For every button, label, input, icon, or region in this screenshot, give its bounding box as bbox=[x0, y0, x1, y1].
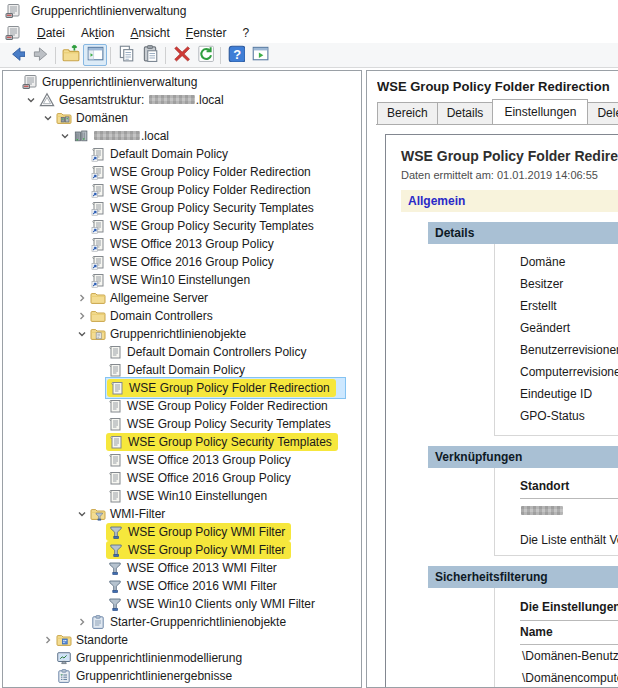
folder-icon bbox=[90, 290, 106, 306]
report-generated-date: Daten ermittelt am: 01.01.2019 14:06:55 bbox=[401, 169, 618, 181]
new-window-button[interactable] bbox=[248, 44, 272, 66]
section-details[interactable]: Details bbox=[428, 222, 618, 244]
links-note: Die Liste enthält Verknüpfungen bbox=[520, 533, 618, 547]
tree-item[interactable]: WSE Group Policy WMI Filter bbox=[3, 523, 361, 541]
details-row-label: Besitzer bbox=[520, 273, 618, 295]
chevron-down-icon[interactable] bbox=[41, 113, 55, 123]
tree-item[interactable]: Gruppenrichtlinienverwaltung bbox=[3, 73, 361, 91]
details-row-label: Geändert bbox=[520, 317, 618, 339]
tree-item-label: WSE Group Policy Security Templates bbox=[127, 417, 331, 431]
delete-button[interactable] bbox=[169, 44, 193, 66]
up-one-level-button[interactable] bbox=[59, 44, 83, 66]
tree-item[interactable]: WSE Group Policy Security Templates bbox=[3, 415, 361, 433]
tree-item[interactable]: WSE Office 2016 Group Policy bbox=[3, 469, 361, 487]
tree-item-label: WSE Group Policy Folder Redirection bbox=[127, 399, 328, 413]
gpo-link-icon bbox=[90, 146, 106, 162]
tab-delegierung[interactable]: Delegierung bbox=[587, 102, 618, 124]
menu-bar: DateiAktionAnsichtFenster? bbox=[0, 22, 618, 43]
chevron-right-icon[interactable] bbox=[75, 293, 89, 303]
tree-item[interactable]: WSE Group Policy WMI Filter bbox=[3, 541, 361, 559]
show-console-tree-button[interactable] bbox=[83, 44, 107, 66]
chevron-down-icon[interactable] bbox=[24, 95, 38, 105]
links-table: Standort Die Liste enthält Verknüpfungen bbox=[494, 468, 618, 556]
chevron-right-icon[interactable] bbox=[41, 635, 55, 645]
tree-item[interactable]: WSE Office 2016 WMI Filter bbox=[3, 577, 361, 595]
tree-item[interactable]: Gesamtstruktur: .local bbox=[3, 91, 361, 109]
forward-button[interactable] bbox=[28, 44, 52, 66]
tree-item[interactable]: Default Domain Policy bbox=[3, 145, 361, 163]
chevron-right-icon[interactable] bbox=[75, 617, 89, 627]
gpo-icon bbox=[107, 398, 123, 414]
tree-item[interactable]: Default Domain Policy bbox=[3, 361, 361, 379]
wmi-filter-icon bbox=[107, 560, 123, 576]
links-value-row bbox=[520, 499, 618, 521]
tree-item[interactable]: Gruppenrichtlinienergebnisse bbox=[3, 667, 361, 685]
copy-button[interactable] bbox=[114, 44, 138, 66]
tree-item[interactable]: WSE Group Policy Security Templates bbox=[3, 433, 361, 451]
gpo-link-icon bbox=[90, 254, 106, 270]
tree-item[interactable]: WSE Group Policy Folder Redirection bbox=[3, 379, 361, 397]
menu-help[interactable]: ? bbox=[234, 24, 257, 42]
menu-ansicht[interactable]: Ansicht bbox=[122, 24, 177, 42]
tree-item[interactable]: .local bbox=[3, 127, 361, 145]
details-table: DomäneBesitzerErstelltGeändertBenutzerre… bbox=[494, 244, 618, 436]
tree-item[interactable]: WSE Office 2013 WMI Filter bbox=[3, 559, 361, 577]
tree-item[interactable]: WSE Group Policy Folder Redirection bbox=[3, 181, 361, 199]
section-sicherheitsfilterung[interactable]: Sicherheitsfilterung bbox=[428, 566, 618, 588]
chevron-down-icon[interactable] bbox=[58, 131, 72, 141]
tree-item[interactable]: Standorte bbox=[3, 631, 361, 649]
tree-item[interactable]: Domänen bbox=[3, 109, 361, 127]
details-row-label: Domäne bbox=[520, 251, 618, 273]
tree-item-label: Gesamtstruktur: .local bbox=[59, 93, 224, 107]
chevron-down-icon[interactable] bbox=[75, 329, 89, 339]
gpo-link-icon bbox=[90, 164, 106, 180]
selected-tree-item[interactable]: WSE Group Policy Folder Redirection bbox=[106, 378, 345, 398]
tree-item[interactable]: Starter-Gruppenrichtlinienobjekte bbox=[3, 613, 361, 631]
tree-item[interactable]: WSE Win10 Clients only WMI Filter bbox=[3, 595, 361, 613]
back-button[interactable] bbox=[4, 44, 28, 66]
tab-einstellungen[interactable]: Einstellungen bbox=[492, 99, 588, 124]
tree-item-label: WSE Office 2016 Group Policy bbox=[127, 471, 291, 485]
menu-datei[interactable]: Datei bbox=[29, 24, 73, 42]
tree-item-label: Allgemeine Server bbox=[110, 291, 208, 305]
paste-button[interactable] bbox=[138, 44, 162, 66]
console-tree-pane[interactable]: GruppenrichtlinienverwaltungGesamtstrukt… bbox=[2, 70, 362, 688]
tree-item[interactable]: WMI-Filter bbox=[3, 505, 361, 523]
settings-report[interactable]: WSE Group Policy Folder Redirection Date… bbox=[385, 134, 618, 687]
help-button[interactable]: ? bbox=[224, 44, 248, 66]
folder-icon bbox=[90, 308, 106, 324]
tree-item-label: Gruppenrichtlinienmodellierung bbox=[76, 651, 242, 665]
chevron-down-icon[interactable] bbox=[75, 509, 89, 519]
tree-item[interactable]: WSE Office 2016 Group Policy bbox=[3, 253, 361, 271]
tree-item[interactable]: WSE Group Policy Folder Redirection bbox=[3, 397, 361, 415]
menu-aktion[interactable]: Aktion bbox=[73, 24, 122, 42]
section-verknuepfungen[interactable]: Verknüpfungen bbox=[428, 446, 618, 468]
tree-item[interactable]: WSE Group Policy Folder Redirection bbox=[3, 163, 361, 181]
tab-bereich[interactable]: Bereich bbox=[377, 102, 438, 124]
tab-details[interactable]: Details bbox=[437, 102, 494, 124]
tree-item[interactable]: WSE Office 2013 Group Policy bbox=[3, 235, 361, 253]
chevron-right-icon[interactable] bbox=[75, 311, 89, 321]
tree-item[interactable]: WSE Office 2013 Group Policy bbox=[3, 451, 361, 469]
gpo-icon bbox=[107, 416, 123, 432]
tree-item[interactable]: WSE Win10 Einstellungen bbox=[3, 487, 361, 505]
gpo-icon bbox=[107, 344, 123, 360]
tree-item[interactable]: Default Domain Controllers Policy bbox=[3, 343, 361, 361]
menu-fenster[interactable]: Fenster bbox=[178, 24, 235, 42]
details-row-label: Eindeutige ID bbox=[520, 383, 618, 405]
gpo-link-icon bbox=[90, 236, 106, 252]
wmi-filter-icon bbox=[108, 524, 124, 540]
tree-item[interactable]: WSE Group Policy Security Templates bbox=[3, 217, 361, 235]
security-principal-row: \Domänen-Benutzer bbox=[520, 645, 618, 667]
tree-item[interactable]: WSE Group Policy Security Templates bbox=[3, 199, 361, 217]
paste-icon bbox=[141, 44, 159, 66]
refresh-button[interactable] bbox=[193, 44, 217, 66]
tree-item[interactable]: Gruppenrichtlinienobjekte bbox=[3, 325, 361, 343]
tree-item[interactable]: WSE Win10 Einstellungen bbox=[3, 271, 361, 289]
tree-item[interactable]: Gruppenrichtlinienmodellierung bbox=[3, 649, 361, 667]
tree-item[interactable]: Domain Controllers bbox=[3, 307, 361, 325]
tree-item-label: Starter-Gruppenrichtlinienobjekte bbox=[110, 615, 286, 629]
tree-item[interactable]: Allgemeine Server bbox=[3, 289, 361, 307]
section-allgemein[interactable]: Allgemein bbox=[401, 190, 618, 212]
tree-item-label: WSE Group Policy WMI Filter bbox=[128, 543, 285, 557]
